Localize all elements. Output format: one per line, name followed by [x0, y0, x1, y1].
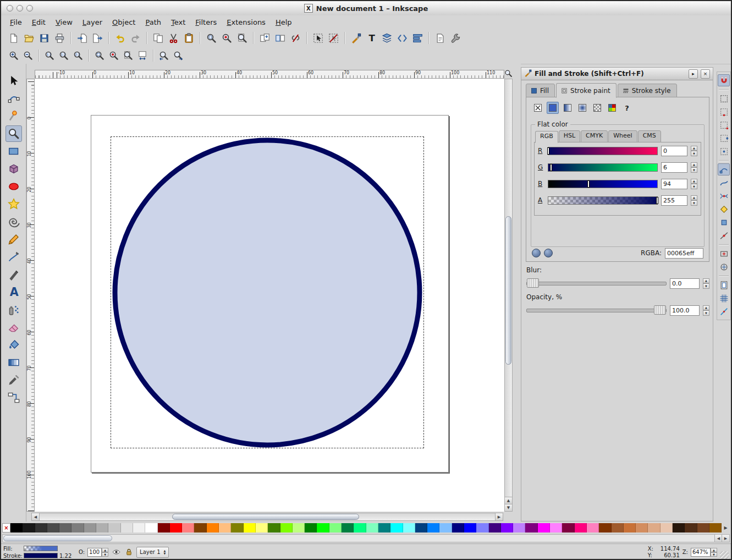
zoom-selection-button[interactable]	[93, 49, 106, 62]
zoom-1-1-button[interactable]: 1:1	[43, 49, 56, 62]
palette-swatch[interactable]	[71, 523, 84, 532]
palette-swatch[interactable]	[10, 523, 23, 532]
palette-swatch[interactable]	[305, 523, 317, 532]
palette-swatch[interactable]	[366, 523, 378, 532]
palette-swatch[interactable]	[317, 523, 329, 532]
close-button[interactable]	[7, 5, 13, 12]
scroll-down-button[interactable]: ▼	[505, 504, 512, 511]
palette-swatch[interactable]	[538, 523, 550, 532]
spin-down-button[interactable]: ▼	[691, 167, 697, 173]
remove-color-swatch[interactable]: ×	[2, 523, 10, 532]
open-document-button[interactable]	[21, 31, 36, 45]
zoom-to-drawing-button[interactable]	[219, 31, 234, 45]
ellipse-tool-button[interactable]	[5, 178, 22, 195]
snap-guide-button[interactable]	[718, 305, 730, 317]
snap-grid-button[interactable]	[718, 292, 730, 304]
spin-up-button[interactable]: ▲	[703, 305, 709, 311]
pencil-tool-button[interactable]	[5, 231, 22, 248]
zoom-to-page-button[interactable]	[235, 31, 249, 45]
palette-swatch[interactable]	[513, 523, 525, 532]
spin-up-button[interactable]: ▲	[691, 195, 697, 201]
b-value-field[interactable]: 94	[661, 179, 687, 189]
opacity-value-field[interactable]: 100.0	[670, 305, 700, 316]
import-document-button[interactable]	[75, 31, 89, 45]
zoom-in-button[interactable]	[7, 49, 20, 62]
selector-tool-button[interactable]	[5, 73, 22, 89]
a-value-field[interactable]: 255	[661, 195, 687, 206]
paint-unknown-button[interactable]: ?	[621, 102, 633, 114]
palette-swatch[interactable]	[489, 523, 501, 532]
palette-swatch[interactable]	[464, 523, 476, 532]
r-slider[interactable]	[548, 147, 658, 155]
box3d-tool-button[interactable]	[5, 161, 22, 177]
node-tool-button[interactable]	[5, 90, 22, 107]
horizontal-scrollbar[interactable]: ◀ ▶	[31, 513, 503, 521]
spin-up-button[interactable]: ▲	[691, 179, 697, 184]
palette-swatch[interactable]	[342, 523, 354, 532]
snap-node-smooth-button[interactable]	[718, 216, 730, 228]
snap-bbox-center-button[interactable]	[718, 145, 730, 157]
zoom-previous-button[interactable]	[157, 49, 170, 62]
palette-swatch[interactable]	[685, 523, 697, 532]
palette-swatch[interactable]	[47, 523, 59, 532]
titlebar[interactable]: X New document 1 – Inkscape	[1, 1, 731, 16]
vertical-scrollbar[interactable]: ▲ ▼	[504, 79, 513, 512]
palette-swatch[interactable]	[145, 523, 157, 532]
paint-pattern-button[interactable]	[591, 102, 603, 114]
palette-swatch[interactable]	[452, 523, 464, 532]
zoom-tool-button[interactable]	[5, 125, 22, 142]
palette-swatch[interactable]	[133, 523, 145, 532]
new-document-button[interactable]	[6, 31, 20, 45]
palette-swatch[interactable]	[354, 523, 366, 532]
snap-node-button[interactable]	[718, 163, 730, 175]
palette-more-button[interactable]: ▶	[722, 523, 730, 532]
text-tool-button[interactable]: A	[5, 284, 22, 300]
menu-filters[interactable]: Filters	[191, 17, 221, 28]
eraser-tool-button[interactable]	[5, 319, 22, 336]
pen-tool-button[interactable]	[5, 249, 22, 265]
rect-tool-button[interactable]	[5, 143, 22, 160]
star-tool-button[interactable]	[5, 196, 22, 212]
palette-swatch[interactable]	[219, 523, 231, 532]
palette-swatch[interactable]	[280, 523, 293, 532]
zoom-to-selection-button[interactable]	[204, 31, 218, 45]
g-value-field[interactable]: 6	[661, 162, 687, 173]
menu-view[interactable]: View	[51, 17, 77, 28]
palette-swatch[interactable]	[709, 523, 722, 532]
palette-swatch[interactable]	[403, 523, 415, 532]
export-bitmap-button[interactable]	[90, 31, 104, 45]
mode-tab-rgb[interactable]: RGB	[535, 131, 558, 143]
save-document-button[interactable]	[37, 31, 51, 45]
mode-tab-hsl[interactable]: HSL	[559, 130, 580, 142]
menu-edit[interactable]: Edit	[27, 17, 50, 28]
panel-header[interactable]: Fill and Stroke (Shift+Ctrl+F) ▸ ×	[521, 68, 713, 80]
vertical-ruler[interactable]: 0102030405060708090100	[26, 79, 35, 512]
spin-down-button[interactable]: ▼	[711, 552, 717, 557]
deselect-button[interactable]	[326, 31, 340, 45]
unlink-clone-button[interactable]	[288, 31, 302, 45]
resize-grip[interactable]	[720, 551, 729, 560]
opacity-slider[interactable]	[526, 309, 667, 312]
dropper-tool-button[interactable]	[5, 372, 22, 388]
palette-swatch[interactable]	[525, 523, 537, 532]
palette-swatch[interactable]	[268, 523, 280, 532]
layer-selector[interactable]: Layer 1 ▲▼	[136, 547, 169, 558]
palette-swatch[interactable]	[293, 523, 305, 532]
spin-down-button[interactable]: ▼	[102, 552, 108, 557]
palette-swatch[interactable]	[562, 523, 574, 532]
rgba-hex-field[interactable]: 00065eff	[665, 248, 703, 259]
redo-button[interactable]	[128, 31, 142, 45]
palette-swatch[interactable]	[329, 523, 342, 532]
layer-visibility-button[interactable]	[111, 547, 121, 557]
palette-swatch[interactable]	[231, 523, 243, 532]
menu-layer[interactable]: Layer	[78, 17, 107, 28]
scroll-right-button[interactable]: ▶	[495, 513, 503, 520]
palette-swatch[interactable]	[661, 523, 673, 532]
spin-up-button[interactable]: ▲	[691, 162, 697, 168]
duplicate-button[interactable]	[257, 31, 272, 45]
spiral-tool-button[interactable]	[5, 213, 22, 230]
snap-bbox-corner-button[interactable]	[718, 119, 730, 131]
inkscape-preferences-button[interactable]	[448, 31, 463, 45]
fill-indicator-swatch[interactable]	[24, 546, 58, 551]
mode-tab-cms[interactable]: CMS	[638, 130, 661, 142]
